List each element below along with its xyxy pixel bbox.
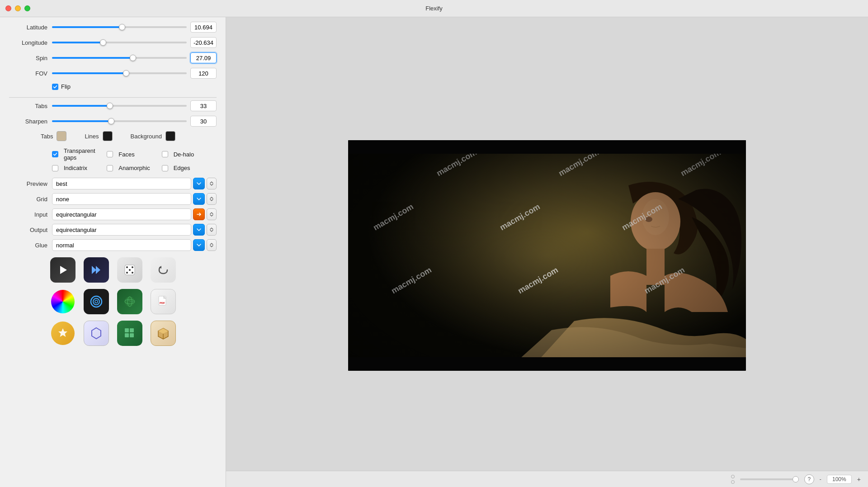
input-stepper[interactable] (207, 208, 217, 220)
de-halo-label: De-halo (174, 151, 194, 158)
tabs-label: Tabs (9, 103, 47, 109)
options-grid: Transparent gaps Faces De-halo Indicatri… (9, 147, 217, 171)
anamorphic-checkbox[interactable] (107, 165, 113, 171)
indicatrix-item: Indicatrix (52, 165, 107, 171)
sharpen-value[interactable]: 30 (190, 116, 217, 127)
tabs-value[interactable]: 33 (190, 100, 217, 111)
longitude-slider[interactable] (52, 38, 187, 47)
svg-rect-43 (348, 140, 746, 154)
fov-slider[interactable] (52, 69, 187, 77)
edges-checkbox[interactable] (162, 165, 168, 171)
svg-rect-21 (130, 328, 134, 332)
preview-image-container: macmj.com macmj.com macmj.com macmj.com … (348, 140, 746, 371)
status-dot-1 (731, 475, 735, 478)
pdf-button[interactable]: PDF (151, 289, 176, 314)
transparent-gaps-label: Transparent gaps (64, 147, 107, 161)
indicatrix-checkbox[interactable] (52, 165, 58, 171)
grid-dropdown-label: Grid (9, 196, 47, 203)
glue-dropdown-btn[interactable] (193, 239, 205, 251)
glue-stepper[interactable] (207, 239, 217, 251)
status-dots (731, 475, 735, 484)
longitude-row: Longitude -20.634 (9, 37, 217, 48)
earth-button[interactable] (117, 289, 142, 314)
tabs-swatch-label: Tabs (41, 133, 53, 140)
tabs-color-swatch[interactable] (57, 131, 66, 141)
output-row: Output equirectangular cubic mercator (9, 224, 217, 236)
sharpen-slider[interactable] (52, 117, 187, 125)
sharpen-row: Sharpen 30 (9, 116, 217, 127)
hex-button[interactable] (84, 321, 109, 346)
play-all-button[interactable] (84, 257, 109, 283)
latitude-label: Latitude (9, 24, 47, 31)
svg-marker-19 (92, 328, 101, 339)
fov-value[interactable]: 120 (190, 68, 217, 79)
de-halo-checkbox[interactable] (162, 151, 168, 157)
spiral-button[interactable] (84, 289, 109, 314)
titlebar: Flexify (0, 0, 868, 17)
help-button[interactable]: ? (804, 474, 814, 484)
svg-rect-44 (348, 357, 746, 371)
sharpen-label: Sharpen (9, 118, 47, 125)
zoom-plus[interactable]: + (857, 476, 861, 483)
background-swatch-label: Background (131, 133, 162, 140)
grid-stepper[interactable] (207, 193, 217, 205)
svg-rect-20 (125, 328, 129, 332)
grid-select[interactable]: none 2x2 3x3 (52, 193, 191, 205)
tabs-swatch-group: Tabs (41, 131, 66, 141)
edges-item: Edges (162, 165, 217, 171)
random-button[interactable] (117, 257, 142, 283)
spin-value[interactable]: 27.09 (190, 52, 217, 63)
svg-point-8 (126, 272, 128, 274)
output-stepper[interactable] (207, 224, 217, 236)
play-button[interactable] (50, 257, 75, 283)
svg-text:PDF: PDF (160, 302, 165, 304)
timeline-thumb[interactable] (793, 476, 799, 482)
svg-point-6 (132, 272, 133, 274)
background-color-swatch[interactable] (165, 131, 175, 141)
star-button[interactable] (51, 322, 75, 345)
preview-dropdown-container: best fast normal (52, 178, 217, 189)
latitude-row: Latitude 10.694 (9, 22, 217, 33)
latitude-value[interactable]: 10.694 (190, 22, 217, 33)
glue-dropdown-container: normal smart none (52, 239, 217, 251)
status-bar: ? - 100% + (226, 471, 868, 487)
main-layout: Latitude 10.694 Longitude -20.634 Sp (0, 17, 868, 487)
swatches-row: Tabs Lines Background (9, 131, 217, 141)
latitude-slider[interactable] (52, 23, 187, 31)
app-title: Flexify (425, 5, 443, 12)
longitude-value[interactable]: -20.634 (190, 37, 217, 48)
grid3-button[interactable] (117, 321, 142, 346)
input-row: Input equirectangular cubic mercator (9, 208, 217, 220)
close-button[interactable] (5, 5, 11, 11)
faces-checkbox[interactable] (107, 151, 113, 157)
grid-dropdown-btn[interactable] (193, 193, 205, 205)
transparent-gaps-checkbox[interactable] (52, 151, 58, 157)
svg-rect-23 (130, 333, 134, 337)
preview-select[interactable]: best fast normal (52, 178, 191, 189)
lines-color-swatch[interactable] (103, 131, 113, 141)
zoom-minus[interactable]: - (820, 476, 821, 482)
spin-row: Spin 27.09 (9, 52, 217, 63)
minimize-button[interactable] (15, 5, 21, 11)
grid-row: Grid none 2x2 3x3 (9, 193, 217, 205)
lines-swatch-label: Lines (85, 133, 99, 140)
spin-slider[interactable] (52, 54, 187, 62)
output-dropdown-btn[interactable] (193, 224, 205, 236)
preview-dropdown-btn[interactable] (193, 178, 205, 189)
input-select[interactable]: equirectangular cubic mercator (52, 208, 191, 220)
anamorphic-item: Anamorphic (107, 165, 161, 171)
svg-point-11 (93, 298, 99, 305)
box-button[interactable] (151, 321, 176, 346)
flip-checkbox[interactable] (52, 84, 58, 90)
glue-select[interactable]: normal smart none (52, 239, 191, 251)
undo-button[interactable] (151, 257, 176, 283)
timeline-scrubber[interactable] (740, 478, 799, 480)
input-dropdown-btn[interactable] (193, 208, 205, 220)
flip-label: Flip (61, 83, 71, 90)
tabs-slider[interactable] (52, 102, 187, 110)
output-select[interactable]: equirectangular cubic mercator (52, 224, 191, 236)
maximize-button[interactable] (24, 5, 30, 11)
color-wheel-button[interactable] (51, 290, 75, 313)
preview-stepper[interactable] (207, 178, 217, 189)
svg-point-5 (129, 269, 131, 271)
